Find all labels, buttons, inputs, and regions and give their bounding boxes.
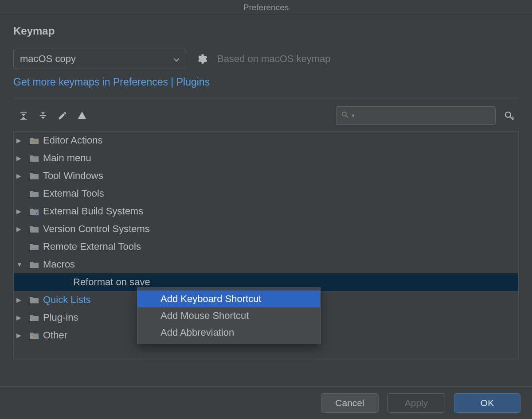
tree-folder[interactable]: Remote External Tools (14, 238, 518, 256)
tree-folder[interactable]: ▶Main menu (14, 149, 518, 167)
arrow-right-icon: ▶ (16, 208, 25, 215)
arrow-right-icon: ▶ (16, 155, 25, 162)
tree-item-label: Macros (43, 259, 75, 270)
arrow-right-icon: ▶ (16, 332, 25, 339)
arrow-right-icon: ▶ (16, 137, 25, 144)
svg-point-3 (342, 112, 346, 116)
keymap-dropdown[interactable]: macOS copy (13, 49, 186, 69)
context-menu: Add Keyboard ShortcutAdd Mouse ShortcutA… (137, 287, 321, 344)
svg-point-20 (31, 337, 33, 338)
search-icon (341, 111, 349, 121)
context-menu-item[interactable]: Add Abbreviation (137, 324, 320, 341)
svg-point-5 (505, 112, 511, 117)
tree-item-label: Main menu (43, 152, 91, 164)
tree-item-label: Editor Actions (43, 135, 103, 146)
svg-rect-10 (33, 159, 35, 159)
arrow-down-icon: ▼ (16, 261, 25, 268)
tree-folder[interactable]: ▶Tool Windows (14, 167, 518, 185)
tree-folder[interactable]: External Tools (14, 185, 518, 202)
gear-icon[interactable] (196, 53, 207, 65)
keymap-dropdown-value: macOS copy (20, 53, 76, 65)
window-titlebar: Preferences (0, 0, 532, 15)
expand-all-icon[interactable] (19, 111, 28, 120)
divider (13, 98, 519, 98)
tree-item-label: External Build Systems (43, 206, 143, 217)
folder-icon (29, 242, 39, 251)
context-menu-item[interactable]: Add Keyboard Shortcut (137, 291, 320, 307)
cancel-button[interactable]: Cancel (321, 393, 379, 413)
folder-icon (29, 225, 39, 233)
svg-rect-1 (20, 119, 27, 120)
get-more-keymaps-link[interactable]: Get more keymaps in Preferences | Plugin… (13, 76, 519, 88)
search-input[interactable] (357, 111, 491, 120)
ok-button[interactable]: OK (454, 393, 520, 413)
folder-icon (29, 171, 39, 180)
tree-folder[interactable]: ▶Editor Actions (14, 132, 518, 149)
svg-point-22 (35, 337, 36, 338)
find-by-shortcut-icon[interactable] (504, 110, 514, 121)
apply-button[interactable]: Apply (387, 393, 445, 413)
folder-icon (29, 313, 39, 322)
tree-folder[interactable]: ▼Macros (14, 256, 518, 273)
arrow-right-icon: ▶ (16, 225, 25, 233)
folder-icon (29, 189, 39, 198)
folder-icon (29, 136, 39, 145)
search-input-container[interactable]: ▼ (336, 106, 496, 125)
tree-folder[interactable]: ▶External Build Systems (14, 202, 518, 220)
svg-line-4 (346, 116, 348, 118)
tree-item-label: Plug-ins (43, 312, 78, 323)
keymap-tree: ▶Editor Actions▶Main menu▶Tool WindowsEx… (13, 131, 519, 359)
svg-point-18 (33, 248, 35, 249)
tree-item-label: Other (43, 330, 67, 341)
arrow-right-icon: ▶ (16, 314, 25, 321)
tree-item-label: Version Control Systems (43, 223, 150, 235)
search-chevron-icon: ▼ (351, 113, 356, 118)
window-title: Preferences (243, 3, 289, 12)
section-title: Keymap (13, 25, 519, 37)
svg-rect-8 (34, 141, 37, 142)
chevron-down-icon (173, 53, 180, 65)
svg-rect-9 (31, 159, 33, 159)
tree-folder[interactable]: ▶Version Control Systems (14, 220, 518, 238)
edit-icon[interactable] (58, 111, 67, 120)
arrow-right-icon: ▶ (16, 296, 25, 303)
svg-point-19 (35, 248, 36, 249)
svg-point-16 (36, 213, 37, 214)
tree-item-label: Remote External Tools (43, 241, 141, 252)
svg-rect-11 (35, 159, 36, 159)
folder-icon (29, 295, 39, 304)
warning-icon[interactable] (77, 111, 87, 120)
tree-item-label: External Tools (43, 188, 104, 199)
svg-point-13 (33, 195, 35, 196)
tree-item-label: Tool Windows (43, 170, 103, 182)
folder-icon (29, 154, 39, 163)
svg-rect-0 (20, 113, 27, 113)
svg-rect-2 (40, 115, 47, 116)
based-on-label: Based on macOS keymap (217, 53, 331, 65)
svg-point-12 (31, 195, 33, 196)
svg-point-17 (31, 248, 33, 249)
svg-point-14 (35, 195, 36, 196)
svg-point-7 (31, 141, 33, 143)
svg-line-6 (510, 117, 512, 119)
dialog-footer: Cancel Apply OK (0, 386, 532, 419)
folder-icon (29, 331, 39, 340)
folder-icon (29, 260, 39, 269)
arrow-right-icon: ▶ (16, 172, 25, 179)
tree-item-label: Reformat on save (73, 276, 150, 288)
svg-point-21 (33, 337, 35, 338)
tree-item-label: Quick Lists (43, 294, 91, 306)
collapse-all-icon[interactable] (38, 111, 48, 120)
context-menu-item[interactable]: Add Mouse Shortcut (137, 307, 320, 324)
svg-point-23 (37, 337, 38, 338)
folder-icon (29, 207, 39, 216)
